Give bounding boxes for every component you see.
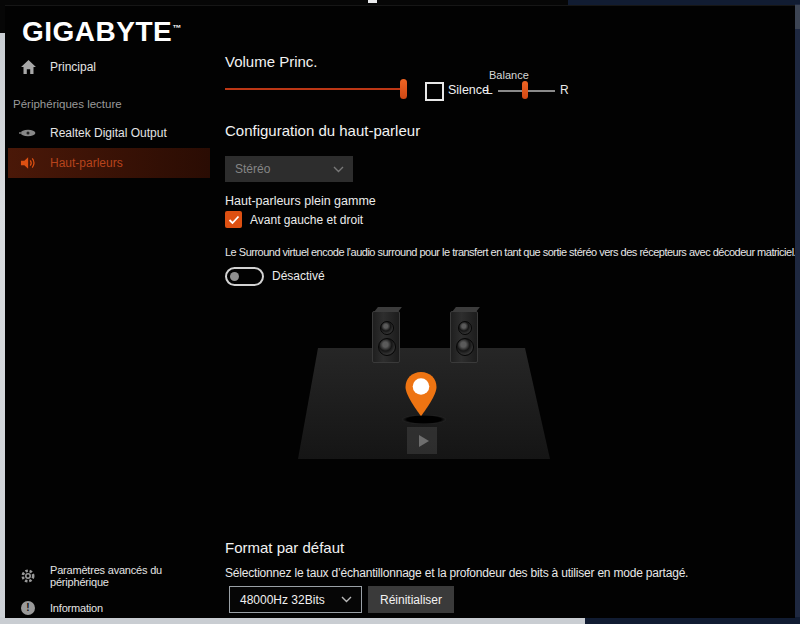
format-value: 48000Hz 32Bits — [230, 593, 341, 607]
sidebar-item-principal[interactable]: Principal — [8, 53, 210, 81]
right-speaker[interactable] — [450, 311, 478, 363]
play-button[interactable] — [407, 427, 437, 454]
volume-title: Volume Princ. — [225, 53, 318, 70]
sidebar-item-haut-parleurs[interactable]: Haut-parleurs — [8, 148, 210, 178]
background-window-bottom-edge-navy — [585, 617, 800, 624]
speaker-driver — [378, 338, 396, 356]
speaker-stage — [285, 299, 565, 464]
info-icon — [19, 599, 37, 617]
speaker-icon — [19, 154, 37, 172]
speaker-config-title: Configuration du haut-parleur — [225, 122, 420, 139]
sidebar-item-label: Paramètres avancés du périphérique — [50, 564, 210, 588]
volume-slider-thumb[interactable] — [400, 79, 407, 99]
speaker-config-value: Stéréo — [225, 162, 333, 176]
sidebar-item-label: Principal — [50, 60, 96, 74]
speaker-config-dropdown[interactable]: Stéréo — [225, 156, 353, 182]
speaker-driver — [456, 338, 474, 356]
background-window-artifact — [368, 0, 377, 3]
map-pin-icon[interactable] — [404, 371, 438, 421]
chevron-down-icon — [333, 166, 344, 173]
surround-toggle[interactable] — [225, 267, 264, 286]
app-window: GIGABYTE™ Principal Périphériques lectur… — [5, 5, 795, 618]
default-format-title: Format par défaut — [225, 539, 344, 556]
home-icon — [19, 58, 37, 76]
front-left-right-label: Avant gauche et droit — [250, 213, 363, 227]
spdif-connector-icon — [19, 124, 37, 142]
sidebar-item-label: Information — [50, 602, 103, 614]
front-left-right-checkbox[interactable] — [225, 211, 242, 228]
speaker-driver — [380, 321, 394, 335]
background-window-bottom-edge — [0, 617, 585, 624]
balance-slider-thumb[interactable] — [522, 81, 528, 99]
sidebar-item-information[interactable]: Information — [8, 595, 210, 618]
balance-title: Balance — [489, 69, 529, 81]
toggle-knob — [230, 272, 239, 281]
sidebar-item-advanced-settings[interactable]: Paramètres avancés du périphérique — [8, 563, 210, 589]
mute-label: Silence — [448, 83, 489, 97]
left-speaker[interactable] — [372, 311, 400, 363]
gigabyte-logo: GIGABYTE™ — [22, 16, 182, 48]
format-dropdown[interactable]: 48000Hz 32Bits — [229, 586, 362, 613]
volume-slider[interactable] — [225, 88, 405, 90]
sidebar-item-realtek-digital-output[interactable]: Realtek Digital Output — [8, 120, 210, 146]
surround-state-label: Désactivé — [272, 269, 325, 283]
full-range-title: Haut-parleurs plein gamme — [225, 194, 376, 208]
reset-button[interactable]: Réinitialiser — [368, 586, 454, 613]
sidebar-section-label: Périphériques lecture — [13, 98, 122, 110]
balance-left-label: L — [486, 83, 493, 97]
screen: – × GIGABYTE™ Principal Périphériques le… — [0, 0, 800, 624]
default-format-description: Sélectionnez le taux d’échantillonnage e… — [225, 566, 688, 580]
background-window-right-edge — [795, 4, 800, 617]
gear-icon — [19, 567, 37, 585]
checkmark-icon — [228, 215, 240, 225]
speaker-driver — [458, 321, 472, 335]
sidebar-item-label: Realtek Digital Output — [50, 126, 167, 140]
balance-right-label: R — [560, 83, 569, 97]
chevron-down-icon — [341, 596, 352, 603]
play-icon — [419, 435, 429, 447]
mute-checkbox[interactable] — [425, 82, 444, 101]
surround-description: Le Surround virtuel encode l’audio surro… — [225, 246, 795, 258]
sidebar-item-label: Haut-parleurs — [50, 156, 123, 170]
